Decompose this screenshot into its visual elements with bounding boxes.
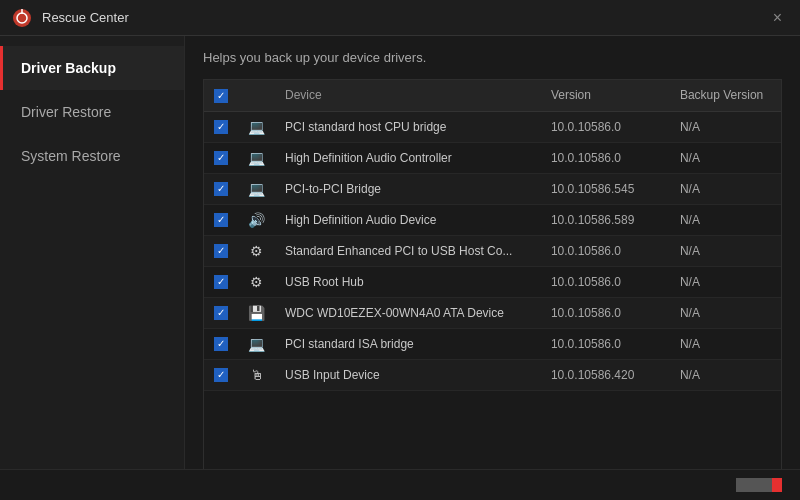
device-name: USB Input Device	[275, 359, 541, 390]
backup-version: N/A	[670, 235, 781, 266]
row-checkbox-cell[interactable]: ✓	[204, 204, 238, 235]
select-all-checkbox[interactable]: ✓	[214, 89, 228, 103]
backup-version: N/A	[670, 328, 781, 359]
device-icon: 💻	[248, 336, 265, 352]
device-name: High Definition Audio Device	[275, 204, 541, 235]
table-row: ✓ 💾 WDC WD10EZEX-00WN4A0 ATA Device 10.0…	[204, 297, 781, 328]
backup-version: N/A	[670, 173, 781, 204]
th-backup-version: Backup Version	[670, 80, 781, 111]
device-version: 10.0.10586.0	[541, 142, 670, 173]
device-icon: ⚙	[250, 274, 263, 290]
row-checkbox[interactable]: ✓	[214, 368, 228, 382]
row-checkbox-cell[interactable]: ✓	[204, 297, 238, 328]
th-device: Device	[275, 80, 541, 111]
pro-badge	[772, 478, 782, 492]
table-row: ✓ 💻 PCI-to-PCI Bridge 10.0.10586.545 N/A	[204, 173, 781, 204]
row-checkbox[interactable]: ✓	[214, 337, 228, 351]
device-icon-cell: ⚙	[238, 266, 275, 297]
th-version: Version	[541, 80, 670, 111]
device-icon-cell: 💾	[238, 297, 275, 328]
device-icon: 🖱	[250, 367, 264, 383]
table-row: ✓ ⚙ Standard Enhanced PCI to USB Host Co…	[204, 235, 781, 266]
table-header-row: ✓ Device Version Backup Version	[204, 80, 781, 111]
row-checkbox[interactable]: ✓	[214, 120, 228, 134]
backup-version: N/A	[670, 204, 781, 235]
backup-button[interactable]	[736, 478, 772, 492]
title-bar: Rescue Center ×	[0, 0, 800, 36]
table-row: ✓ 💻 High Definition Audio Controller 10.…	[204, 142, 781, 173]
backup-version: N/A	[670, 111, 781, 142]
backup-version: N/A	[670, 266, 781, 297]
th-checkbox[interactable]: ✓	[204, 80, 238, 111]
close-button[interactable]: ×	[767, 7, 788, 29]
device-icon: ⚙	[250, 243, 263, 259]
device-name: PCI standard host CPU bridge	[275, 111, 541, 142]
device-table-wrapper[interactable]: ✓ Device Version Backup Version ✓ 💻 PCI …	[203, 79, 782, 486]
device-icon-cell: 💻	[238, 111, 275, 142]
device-icon-cell: 🖱	[238, 359, 275, 390]
backup-version: N/A	[670, 142, 781, 173]
app-logo-icon	[12, 8, 32, 28]
row-checkbox[interactable]: ✓	[214, 306, 228, 320]
device-table: ✓ Device Version Backup Version ✓ 💻 PCI …	[204, 80, 781, 391]
row-checkbox-cell[interactable]: ✓	[204, 142, 238, 173]
device-icon: 🔊	[248, 212, 265, 228]
row-checkbox-cell[interactable]: ✓	[204, 328, 238, 359]
row-checkbox-cell[interactable]: ✓	[204, 235, 238, 266]
device-icon: 💻	[248, 119, 265, 135]
th-icon	[238, 80, 275, 111]
sidebar-item-driver-backup[interactable]: Driver Backup	[0, 46, 184, 90]
device-name: High Definition Audio Controller	[275, 142, 541, 173]
device-icon-cell: 🔊	[238, 204, 275, 235]
backup-version: N/A	[670, 359, 781, 390]
main-layout: Driver Backup Driver Restore System Rest…	[0, 36, 800, 500]
sidebar: Driver Backup Driver Restore System Rest…	[0, 36, 185, 500]
row-checkbox[interactable]: ✓	[214, 151, 228, 165]
device-version: 10.0.10586.0	[541, 297, 670, 328]
content-area: Helps you back up your device drivers. ✓…	[185, 36, 800, 500]
device-icon: 💾	[248, 305, 265, 321]
device-name: USB Root Hub	[275, 266, 541, 297]
sidebar-item-driver-restore[interactable]: Driver Restore	[0, 90, 184, 134]
backup-button-group[interactable]	[736, 478, 782, 492]
sidebar-item-system-restore[interactable]: System Restore	[0, 134, 184, 178]
row-checkbox[interactable]: ✓	[214, 213, 228, 227]
table-row: ✓ 🔊 High Definition Audio Device 10.0.10…	[204, 204, 781, 235]
row-checkbox-cell[interactable]: ✓	[204, 359, 238, 390]
device-version: 10.0.10586.0	[541, 266, 670, 297]
device-name: WDC WD10EZEX-00WN4A0 ATA Device	[275, 297, 541, 328]
device-icon-cell: ⚙	[238, 235, 275, 266]
device-version: 10.0.10586.0	[541, 328, 670, 359]
app-title: Rescue Center	[42, 10, 767, 25]
row-checkbox-cell[interactable]: ✓	[204, 111, 238, 142]
device-name: PCI standard ISA bridge	[275, 328, 541, 359]
device-version: 10.0.10586.0	[541, 111, 670, 142]
row-checkbox[interactable]: ✓	[214, 244, 228, 258]
device-icon-cell: 💻	[238, 173, 275, 204]
device-icon: 💻	[248, 181, 265, 197]
table-body: ✓ 💻 PCI standard host CPU bridge 10.0.10…	[204, 111, 781, 390]
table-row: ✓ 💻 PCI standard ISA bridge 10.0.10586.0…	[204, 328, 781, 359]
device-name: PCI-to-PCI Bridge	[275, 173, 541, 204]
device-icon-cell: 💻	[238, 328, 275, 359]
row-checkbox-cell[interactable]: ✓	[204, 173, 238, 204]
row-checkbox-cell[interactable]: ✓	[204, 266, 238, 297]
table-row: ✓ 🖱 USB Input Device 10.0.10586.420 N/A	[204, 359, 781, 390]
device-version: 10.0.10586.545	[541, 173, 670, 204]
backup-version: N/A	[670, 297, 781, 328]
table-row: ✓ 💻 PCI standard host CPU bridge 10.0.10…	[204, 111, 781, 142]
row-checkbox[interactable]: ✓	[214, 275, 228, 289]
device-icon: 💻	[248, 150, 265, 166]
footer-bar	[0, 469, 800, 500]
device-name: Standard Enhanced PCI to USB Host Co...	[275, 235, 541, 266]
content-header: Helps you back up your device drivers.	[203, 50, 782, 65]
device-version: 10.0.10586.0	[541, 235, 670, 266]
device-icon-cell: 💻	[238, 142, 275, 173]
row-checkbox[interactable]: ✓	[214, 182, 228, 196]
device-version: 10.0.10586.589	[541, 204, 670, 235]
table-row: ✓ ⚙ USB Root Hub 10.0.10586.0 N/A	[204, 266, 781, 297]
device-version: 10.0.10586.420	[541, 359, 670, 390]
